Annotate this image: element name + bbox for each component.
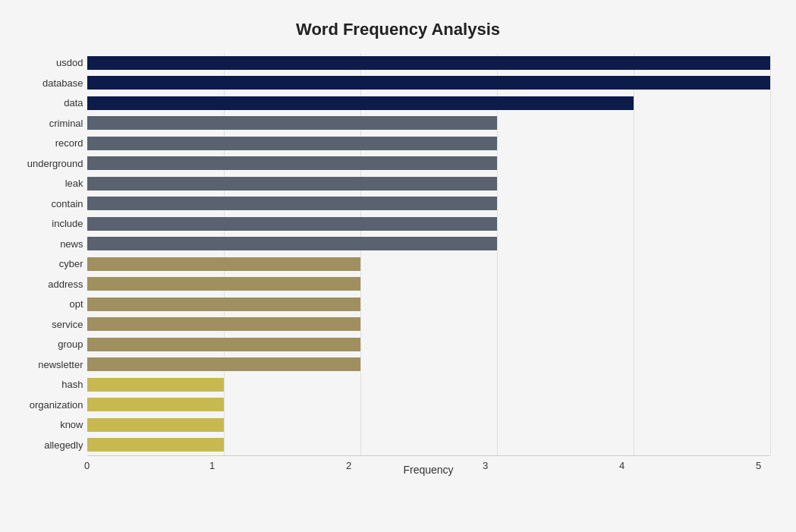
bar	[87, 317, 360, 331]
x-tick: 4	[611, 460, 634, 471]
bar-row: hash	[87, 376, 770, 393]
bar-label: group	[8, 338, 83, 350]
bar-row: know	[87, 417, 770, 433]
bar-label: organization	[8, 399, 83, 411]
bar-label: data	[8, 97, 83, 109]
bar-label: service	[8, 319, 83, 330]
bar-row: newsletter	[87, 356, 770, 373]
bar	[87, 297, 360, 311]
bar	[87, 197, 497, 210]
bar	[87, 378, 224, 392]
bar-row: data	[87, 95, 770, 112]
bar-label: know	[8, 419, 83, 430]
bar	[87, 418, 224, 432]
bar	[87, 257, 360, 271]
bar	[87, 398, 224, 411]
bar	[87, 237, 497, 250]
bar	[87, 438, 224, 452]
x-tick: 1	[201, 460, 224, 471]
bar-row: group	[87, 336, 770, 353]
bar-row: opt	[87, 296, 770, 313]
bar-label: cyber	[8, 258, 83, 269]
bar	[87, 338, 360, 351]
bar-row: allegedly	[87, 436, 770, 453]
bar-label: news	[8, 238, 83, 250]
bar-label: underground	[8, 158, 83, 169]
bar-row: organization	[87, 396, 770, 413]
bar	[87, 116, 497, 130]
bar-label: leak	[8, 178, 83, 189]
chart-title: Word Frequency Analysis	[27, 20, 770, 39]
x-axis-label: Frequency	[87, 464, 770, 476]
x-tick: 5	[747, 460, 770, 471]
bar-label: criminal	[8, 118, 83, 129]
bar	[87, 217, 497, 231]
bar-label: usdod	[8, 57, 83, 68]
bar	[87, 96, 634, 110]
bar-row: service	[87, 316, 770, 332]
bars-wrapper: usdoddatabasedatacriminalrecordundergrou…	[87, 53, 770, 455]
bar-label: database	[8, 77, 83, 89]
x-tick: 2	[338, 460, 360, 471]
bar-label: newsletter	[8, 359, 83, 370]
bar-label: opt	[8, 298, 83, 310]
bar-row: news	[87, 235, 770, 252]
bar-label: allegedly	[8, 439, 83, 451]
bar	[87, 177, 497, 190]
chart-area: usdoddatabasedatacriminalrecordundergrou…	[87, 53, 770, 493]
x-tick: 0	[76, 460, 99, 471]
bar	[87, 137, 497, 150]
x-ticks: 012345	[87, 456, 770, 460]
bar	[87, 156, 497, 170]
bar	[87, 56, 770, 70]
x-axis: 012345 Frequency	[87, 455, 770, 493]
grid-line	[770, 53, 771, 455]
bar-row: cyber	[87, 256, 770, 272]
bar-label: include	[8, 218, 83, 229]
bar	[87, 76, 770, 90]
x-tick: 3	[474, 460, 497, 471]
bar-row: criminal	[87, 115, 770, 131]
bar-label: record	[8, 137, 83, 149]
bar-row: address	[87, 275, 770, 292]
bar	[87, 277, 360, 291]
bar-label: contain	[8, 198, 83, 209]
bar-row: contain	[87, 195, 770, 212]
bar-row: record	[87, 135, 770, 152]
bar-row: database	[87, 74, 770, 91]
bar-row: underground	[87, 155, 770, 172]
bar	[87, 357, 360, 371]
bar-row: usdod	[87, 55, 770, 71]
chart-container: Word Frequency Analysis usdoddatabasedat…	[4, 5, 793, 528]
bar-label: hash	[8, 379, 83, 390]
bar-row: leak	[87, 175, 770, 192]
bar-row: include	[87, 216, 770, 232]
bar-label: address	[8, 279, 83, 290]
